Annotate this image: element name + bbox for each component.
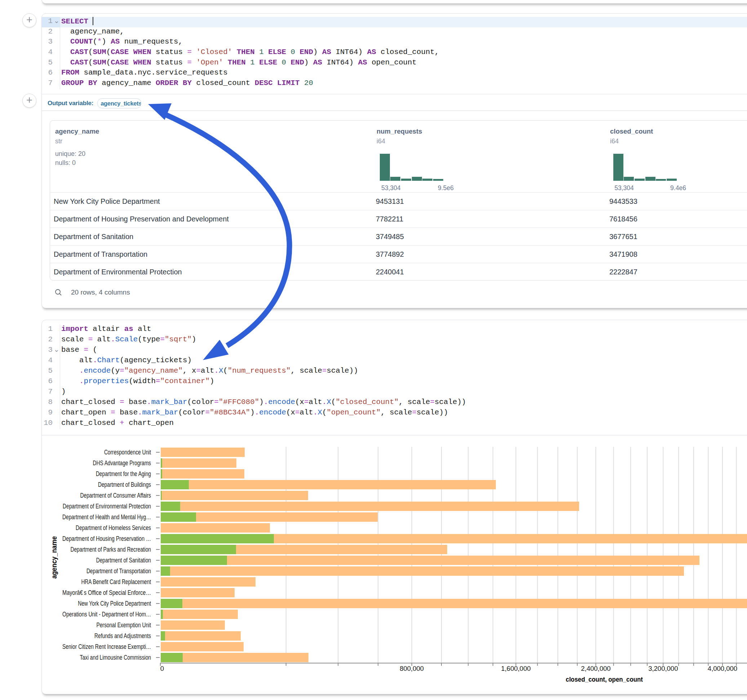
svg-text:Refunds and Adjustments: Refunds and Adjustments <box>94 632 151 640</box>
svg-text:New York City Police Departmen: New York City Police Department <box>78 600 151 607</box>
svg-text:closed_count, open_count: closed_count, open_count <box>566 676 643 683</box>
svg-text:Personal Exemption Unit: Personal Exemption Unit <box>97 622 151 629</box>
svg-text:agency_name: agency_name <box>50 536 58 579</box>
svg-text:Department of Buildings: Department of Buildings <box>98 481 151 488</box>
svg-text:Department of Homeless Service: Department of Homeless Services <box>76 524 151 531</box>
svg-text:Taxi and Limousine Commission: Taxi and Limousine Commission <box>80 654 151 661</box>
svg-text:1,600,000: 1,600,000 <box>501 665 531 672</box>
svg-text:Senior Citizen Rent Increase E: Senior Citizen Rent Increase Exempti… <box>62 643 151 650</box>
svg-text:DHS Advantage Programs: DHS Advantage Programs <box>93 459 151 467</box>
svg-text:2,400,000: 2,400,000 <box>581 665 611 672</box>
svg-text:Mayorâ€ s Office of Special En: Mayorâ€ s Office of Special Enforce… <box>62 589 151 596</box>
svg-text:Correspondence Unit: Correspondence Unit <box>104 449 151 456</box>
svg-text:4,000,000: 4,000,000 <box>708 665 737 672</box>
svg-text:800,000: 800,000 <box>400 665 424 672</box>
svg-text:3,200,000: 3,200,000 <box>648 665 678 672</box>
svg-text:Operations Unit - Department o: Operations Unit - Department of Hom… <box>62 611 151 618</box>
svg-text:Department of Parks and Recrea: Department of Parks and Recreation <box>71 546 151 553</box>
svg-text:Department of Consumer Affairs: Department of Consumer Affairs <box>80 492 151 499</box>
svg-text:Department of Health and Menta: Department of Health and Mental Hyg… <box>62 513 151 520</box>
svg-text:Department of Sanitation: Department of Sanitation <box>96 557 151 564</box>
svg-text:Department of Housing Preserva: Department of Housing Preservation … <box>62 535 151 542</box>
svg-text:Department of Environmental Pr: Department of Environmental Protection <box>63 503 151 510</box>
svg-text:HRA Benefit Card Replacement: HRA Benefit Card Replacement <box>81 578 151 585</box>
svg-text:Department for the Aging: Department for the Aging <box>96 470 151 477</box>
svg-text:0: 0 <box>160 665 164 672</box>
svg-text:Department of Transportation: Department of Transportation <box>86 567 151 575</box>
